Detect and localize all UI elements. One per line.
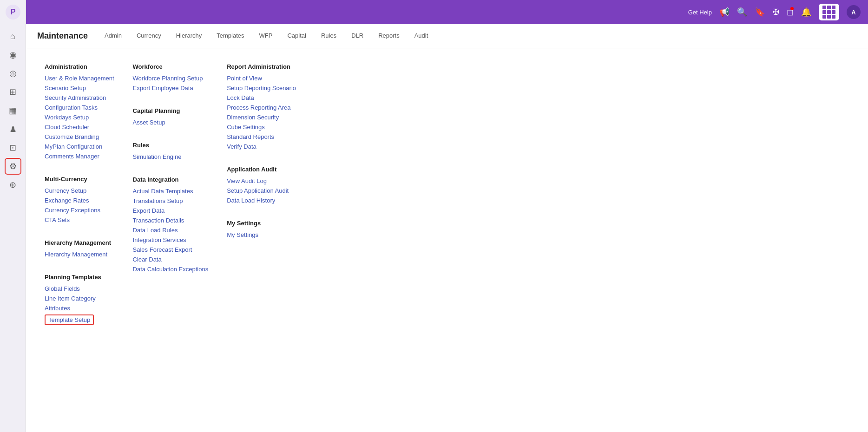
topbar: Get Help 📢 🔍 🔖 ✠ ◻ 🔔 A [26,0,868,24]
menu-grid: AdministrationUser & Role ManagementScen… [45,63,849,328]
link-integration-services[interactable]: Integration Services [133,236,209,243]
section-title-administration: Administration [45,63,114,70]
link-line-item-category[interactable]: Line Item Category [45,295,114,302]
link-setup-reporting-scenario[interactable]: Setup Reporting Scenario [227,85,296,92]
nav-tab-reports[interactable]: Reports [376,24,401,48]
main-content: AdministrationUser & Role ManagementScen… [26,48,868,432]
nav-tab-wfp[interactable]: WFP [257,24,275,48]
app-logo[interactable]: P [5,4,21,20]
bag-icon[interactable]: ⊡ [5,139,21,156]
user-avatar[interactable]: A [847,5,861,19]
nav-tab-currency[interactable]: Currency [135,24,163,48]
section-report-administration: Report AdministrationPoint of ViewSetup … [227,63,296,153]
link-user-role-mgmt[interactable]: User & Role Management [45,75,114,82]
link-translations-setup[interactable]: Translations Setup [133,197,209,204]
page-header: Maintenance AdminCurrencyHierarchyTempla… [26,24,868,48]
link-workdays-setup[interactable]: Workdays Setup [45,114,114,121]
pin-icon[interactable]: ⊕ [5,177,21,193]
inbox-icon[interactable]: ◉ [5,46,21,63]
section-title-planning-templates: Planning Templates [45,274,114,281]
link-export-data[interactable]: Export Data [133,207,209,214]
link-global-fields[interactable]: Global Fields [45,285,114,292]
nav-tabs: AdminCurrencyHierarchyTemplatesWFPCapita… [103,24,430,48]
link-cta-sets[interactable]: CTA Sets [45,216,114,223]
link-clear-data[interactable]: Clear Data [133,256,209,263]
link-dimension-security[interactable]: Dimension Security [227,114,296,121]
link-actual-data-templates[interactable]: Actual Data Templates [133,188,209,195]
link-security-admin[interactable]: Security Administration [45,94,114,101]
link-data-load-rules[interactable]: Data Load Rules [133,227,209,234]
link-cube-settings[interactable]: Cube Settings [227,124,296,131]
link-point-of-view[interactable]: Point of View [227,75,296,82]
section-hierarchy-management: Hierarchy ManagementHierarchy Management [45,239,114,261]
nav-tab-dlr[interactable]: DLR [349,24,365,48]
person-icon[interactable]: ♟ [5,121,21,137]
nav-tab-audit[interactable]: Audit [413,24,430,48]
section-rules: RulesSimulation Engine [133,142,209,163]
section-application-audit: Application AuditView Audit LogSetup App… [227,166,296,207]
apps-button[interactable] [819,4,839,20]
section-title-hierarchy-management: Hierarchy Management [45,239,114,246]
chart-icon[interactable]: ▦ [5,102,21,119]
bell-icon[interactable]: 🔔 [801,7,811,17]
link-comments-manager[interactable]: Comments Manager [45,153,114,160]
link-scenario-setup[interactable]: Scenario Setup [45,85,114,92]
link-cloud-scheduler[interactable]: Cloud Scheduler [45,124,114,131]
section-title-multi-currency: Multi-Currency [45,176,114,183]
link-exchange-rates[interactable]: Exchange Rates [45,197,114,204]
link-lock-data[interactable]: Lock Data [227,94,296,101]
main-wrapper: Get Help 📢 🔍 🔖 ✠ ◻ 🔔 A Maintenance Admin… [26,0,868,432]
link-template-setup[interactable]: Template Setup [45,314,94,325]
section-title-application-audit: Application Audit [227,166,296,173]
link-export-employee-data[interactable]: Export Employee Data [133,85,209,92]
page-title: Maintenance [37,31,88,41]
link-currency-setup[interactable]: Currency Setup [45,187,114,194]
section-planning-templates: Planning TemplatesGlobal FieldsLine Item… [45,274,114,328]
link-currency-exceptions[interactable]: Currency Exceptions [45,207,114,214]
nav-tab-hierarchy[interactable]: Hierarchy [174,24,204,48]
nav-tab-admin[interactable]: Admin [103,24,124,48]
link-process-reporting-area[interactable]: Process Reporting Area [227,104,296,111]
link-data-load-history[interactable]: Data Load History [227,197,296,204]
get-help-button[interactable]: Get Help [688,9,712,16]
gear-icon[interactable]: ⚙ [5,158,21,175]
section-title-capital-planning: Capital Planning [133,107,209,114]
apps-grid-icon [822,6,835,19]
section-administration: AdministrationUser & Role ManagementScen… [45,63,114,163]
megaphone-icon[interactable]: 📢 [719,7,730,17]
sidebar: P ⌂◉◎⊞▦♟⊡⚙⊕ [0,0,26,432]
svg-text:P: P [10,8,15,16]
link-my-settings-link[interactable]: My Settings [227,231,296,238]
menu-column: Report AdministrationPoint of ViewSetup … [227,63,296,241]
nav-tab-capital[interactable]: Capital [285,24,308,48]
target-icon[interactable]: ◎ [5,65,21,82]
link-view-audit-log[interactable]: View Audit Log [227,177,296,184]
home-icon[interactable]: ⌂ [5,28,21,45]
menu-column: AdministrationUser & Role ManagementScen… [45,63,114,328]
section-multi-currency: Multi-CurrencyCurrency SetupExchange Rat… [45,176,114,226]
bookmark-icon[interactable]: 🔖 [755,7,765,17]
nav-tab-templates[interactable]: Templates [215,24,246,48]
search-icon[interactable]: 🔍 [737,7,747,17]
link-customize-branding[interactable]: Customize Branding [45,133,114,140]
link-attributes[interactable]: Attributes [45,305,114,312]
section-capital-planning: Capital PlanningAsset Setup [133,107,209,129]
section-title-data-integration: Data Integration [133,176,209,183]
menu-column: WorkforceWorkforce Planning SetupExport … [133,63,209,275]
link-asset-setup[interactable]: Asset Setup [133,119,209,126]
grid-icon[interactable]: ⊞ [5,84,21,100]
link-workforce-planning-setup[interactable]: Workforce Planning Setup [133,75,209,82]
package-icon[interactable]: ◻ [787,7,794,17]
link-sales-forecast-export[interactable]: Sales Forecast Export [133,246,209,253]
link-hierarchy-management-link[interactable]: Hierarchy Management [45,251,114,258]
link-data-calc-exceptions[interactable]: Data Calculation Exceptions [133,266,209,273]
link-setup-application-audit[interactable]: Setup Application Audit [227,187,296,194]
link-transaction-details[interactable]: Transaction Details [133,217,209,224]
link-verify-data[interactable]: Verify Data [227,143,296,150]
nav-tab-rules[interactable]: Rules [319,24,338,48]
link-config-tasks[interactable]: Configuration Tasks [45,104,114,111]
link-standard-reports[interactable]: Standard Reports [227,133,296,140]
link-myplan-config[interactable]: MyPlan Configuration [45,143,114,150]
compass-icon[interactable]: ✠ [772,7,779,17]
link-simulation-engine[interactable]: Simulation Engine [133,153,209,160]
